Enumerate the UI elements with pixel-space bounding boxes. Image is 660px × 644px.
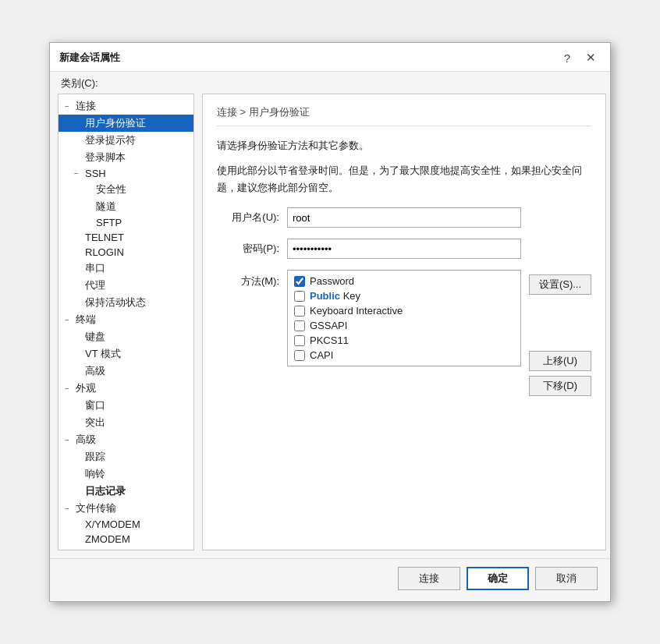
side-buttons: 设置(S)... 上移(U) 下移(D) (529, 274, 591, 396)
move-down-button[interactable]: 下移(D) (529, 376, 591, 396)
toggle-appearance: − (65, 384, 76, 393)
sidebar-item-window[interactable]: 窗口 (59, 397, 193, 414)
move-up-button[interactable]: 上移(U) (529, 351, 591, 371)
method-gssapi-label: GSSAPI (310, 320, 347, 331)
method-public-key-checkbox[interactable] (294, 291, 305, 302)
sidebar-item-login-script[interactable]: 登录脚本 (59, 149, 193, 166)
description-1: 请选择身份验证方法和其它参数。 (217, 137, 591, 154)
method-keyboard-interactive-label: Keyboard Interactive (310, 305, 403, 317)
method-keyboard-interactive-checkbox[interactable] (294, 306, 305, 317)
toggle-terminal: − (65, 316, 76, 324)
cancel-button[interactable]: 取消 (535, 567, 598, 590)
method-row: 方法(M): Password Public Key Keyboard I (217, 270, 591, 396)
password-label: 密码(P): (217, 242, 279, 256)
ok-button[interactable]: 确定 (467, 567, 529, 590)
main-area: − 连接 用户身份验证 登录提示符 登录脚本 − SSH (50, 94, 610, 558)
toggle-file-transfer: − (65, 504, 76, 513)
username-input[interactable] (287, 207, 521, 228)
sidebar-item-logging[interactable]: 日志记录 (59, 483, 193, 500)
sidebar-item-trace[interactable]: 跟踪 (59, 448, 193, 465)
method-pkcs11-label: PKCS11 (310, 334, 349, 346)
method-password-label: Password (310, 275, 354, 287)
method-keyboard-interactive[interactable]: Keyboard Interactive (294, 305, 514, 317)
close-button[interactable]: ✕ (581, 49, 601, 66)
method-public-key[interactable]: Public Key (294, 290, 514, 302)
sidebar-item-advanced[interactable]: − 高级 (59, 431, 193, 448)
method-public-key-label: Public Key (310, 290, 360, 302)
sidebar-item-telnet[interactable]: TELNET (59, 230, 193, 245)
connect-button[interactable]: 连接 (398, 567, 460, 590)
help-button[interactable]: ? (559, 50, 575, 66)
username-row: 用户名(U): (217, 207, 591, 228)
toggle-advanced: − (65, 436, 76, 444)
dialog-title: 新建会话属性 (59, 51, 120, 65)
sidebar-item-user-auth[interactable]: 用户身份验证 (59, 115, 193, 132)
breadcrumb: 连接 > 用户身份验证 (217, 105, 591, 126)
method-password-checkbox[interactable] (294, 276, 305, 287)
sidebar-item-keepalive[interactable]: 保持活动状态 (59, 294, 193, 311)
sidebar: − 连接 用户身份验证 登录提示符 登录脚本 − SSH (58, 94, 194, 550)
method-box: Password Public Key Keyboard Interactive (287, 270, 521, 366)
method-capi-checkbox[interactable] (294, 350, 305, 361)
sidebar-item-security[interactable]: 安全性 (59, 181, 193, 198)
password-row: 密码(P): (217, 239, 591, 259)
method-gssapi[interactable]: GSSAPI (294, 320, 514, 331)
description-2: 使用此部分以节省登录时间。但是，为了最大限度地提高安全性，如果担心安全问题，建议… (217, 162, 591, 196)
method-password[interactable]: Password (294, 275, 514, 287)
sidebar-item-highlight[interactable]: 突出 (59, 414, 193, 431)
sidebar-item-file-transfer[interactable]: − 文件传输 (59, 500, 193, 517)
sidebar-item-serial[interactable]: 串口 (59, 260, 193, 277)
toggle-ssh: − (74, 169, 85, 178)
method-capi-label: CAPI (310, 349, 333, 361)
settings-button[interactable]: 设置(S)... (529, 274, 591, 295)
username-label: 用户名(U): (217, 211, 279, 225)
sidebar-item-sftp[interactable]: SFTP (59, 215, 193, 230)
sidebar-item-advanced-term[interactable]: 高级 (59, 363, 193, 380)
method-capi[interactable]: CAPI (294, 349, 514, 361)
sidebar-item-keyboard[interactable]: 键盘 (59, 328, 193, 345)
sidebar-item-login-prompt[interactable]: 登录提示符 (59, 132, 193, 149)
title-bar: 新建会话属性 ? ✕ (50, 43, 610, 72)
sidebar-item-proxy[interactable]: 代理 (59, 277, 193, 294)
method-label: 方法(M): (217, 274, 279, 288)
content-panel: 连接 > 用户身份验证 请选择身份验证方法和其它参数。 使用此部分以节省登录时间… (202, 94, 606, 550)
sidebar-item-bell[interactable]: 响铃 (59, 465, 193, 483)
method-gssapi-checkbox[interactable] (294, 320, 305, 331)
sidebar-item-zmodem[interactable]: ZMODEM (59, 532, 193, 547)
method-pkcs11[interactable]: PKCS11 (294, 334, 514, 346)
sidebar-item-xymodem[interactable]: X/YMODEM (59, 517, 193, 532)
sidebar-item-tunnel[interactable]: 隧道 (59, 198, 193, 215)
category-label: 类别(C): (50, 72, 610, 94)
password-input[interactable] (287, 239, 521, 259)
sidebar-item-connection[interactable]: − 连接 (59, 97, 193, 115)
sidebar-item-terminal[interactable]: − 终端 (59, 311, 193, 328)
sidebar-item-ssh[interactable]: − SSH (59, 166, 193, 181)
toggle-connection: − (65, 102, 76, 111)
logging-label: 日志记录 (85, 484, 193, 498)
sidebar-item-appearance[interactable]: − 外观 (59, 380, 193, 397)
footer-bar: 连接 确定 取消 (50, 558, 610, 601)
method-pkcs11-checkbox[interactable] (294, 335, 305, 346)
sidebar-item-rlogin[interactable]: RLOGIN (59, 245, 193, 260)
sidebar-item-vt-mode[interactable]: VT 模式 (59, 345, 193, 363)
